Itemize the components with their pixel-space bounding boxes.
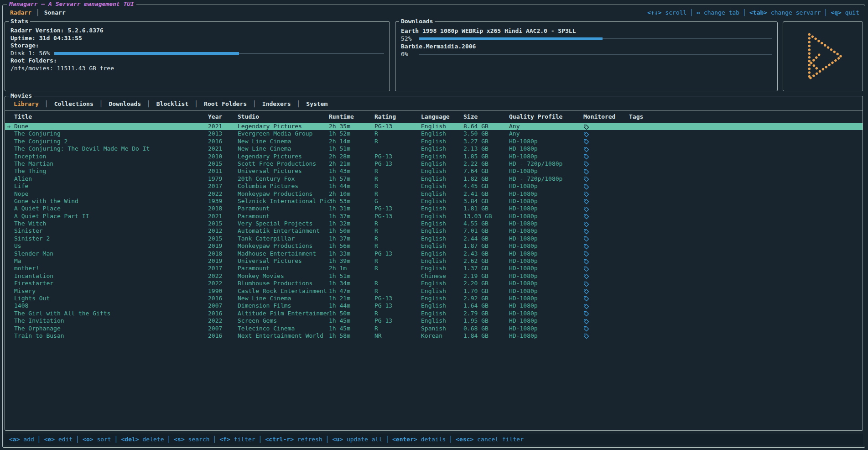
column-header-rating: Rating: [374, 110, 421, 123]
download-progress-row: 0%: [401, 50, 772, 58]
movie-row[interactable]: Firestarter2022Blumhouse Productions1h 3…: [5, 280, 863, 287]
movie-row[interactable]: Sinister2012Automatik Entertainment1h 50…: [5, 227, 863, 235]
movie-rating: R: [374, 190, 421, 198]
movie-monitored: [583, 175, 629, 183]
movies-panel-title: Movies: [9, 92, 34, 99]
movie-title: The Witch: [14, 220, 208, 227]
selection-arrow: [7, 265, 14, 272]
selection-arrow: [7, 145, 14, 152]
movie-studio: Scott Free Productions: [238, 160, 329, 167]
movie-monitored: [583, 227, 629, 235]
movie-size: 2.43 GB: [463, 250, 509, 257]
monitored-tag-icon: [583, 326, 589, 332]
movies-tab-indexers[interactable]: Indexers: [258, 100, 295, 107]
movie-row[interactable]: Life2017Columbia Pictures1h 44mREnglish4…: [5, 183, 863, 190]
movie-language: English: [421, 310, 463, 317]
movie-quality: HD-1080p: [509, 250, 583, 257]
movie-title: A Quiet Place Part II: [14, 213, 208, 220]
movie-studio: Telecinco Cinema: [238, 325, 329, 332]
movie-row[interactable]: The Thing2011Universal Pictures1h 43mREn…: [5, 167, 863, 175]
movie-row[interactable]: The Witch2015Very Special Projects1h 32m…: [5, 220, 863, 227]
monitored-tag-icon: [583, 184, 589, 190]
monitored-tag-icon: [583, 236, 589, 242]
movie-row[interactable]: The Conjuring 22016New Line Cinema2h 14m…: [5, 138, 863, 145]
movie-row[interactable]: ⇒Dune2021Legendary Pictures2h 35mPG-13En…: [5, 123, 863, 130]
selection-arrow: [7, 175, 14, 183]
managarr-logo-icon: [800, 30, 846, 84]
movie-row[interactable]: The Orphanage2007Telecinco Cinema1h 45mR…: [5, 325, 863, 332]
movie-monitored: [583, 160, 629, 167]
movie-row[interactable]: A Quiet Place2018Paramount1h 31mPG-13Eng…: [5, 205, 863, 212]
hint-key: <ctrl-r>: [265, 436, 294, 443]
monitored-tag-icon: [583, 229, 589, 235]
servarr-tab-radarr[interactable]: Radarr: [7, 9, 34, 16]
movie-size: 1.64 GB: [463, 302, 509, 309]
movie-row[interactable]: Slender Man2018Madhouse Entertainment1h …: [5, 250, 863, 257]
movie-row[interactable]: 14082007Dimension Films1h 44mPG-13Englis…: [5, 302, 863, 309]
movies-tab-root-folders[interactable]: Root Folders: [200, 100, 251, 107]
movies-tab-blocklist[interactable]: Blocklist: [152, 100, 192, 107]
movie-title: Slender Man: [14, 250, 208, 257]
movie-tags: [629, 167, 863, 175]
movie-year: 2011: [208, 167, 238, 175]
radarr-version-label: Radarr Version:: [10, 27, 64, 35]
movie-row[interactable]: Us2019Monkeypaw Productions1h 56mREnglis…: [5, 242, 863, 250]
movie-language: Spanish: [421, 325, 463, 332]
movie-row[interactable]: The Invitation2022Screen Gems1h 45mPG-13…: [5, 317, 863, 324]
column-header-studio: Studio: [238, 110, 329, 123]
movie-year: 2017: [208, 183, 238, 190]
movie-row[interactable]: Ma2019Universal Pictures1h 39mREnglish2.…: [5, 257, 863, 265]
movie-rating: R: [374, 130, 421, 137]
movie-language: English: [421, 175, 463, 183]
movies-tab-downloads[interactable]: Downloads: [105, 100, 145, 107]
movie-title: Us: [14, 242, 208, 250]
hint-separator: │: [34, 436, 44, 443]
movie-studio: New Line Cinema: [238, 295, 329, 302]
uptime-line: Uptime:31d 04:31:55: [10, 35, 384, 42]
root-folders-label: Root Folders:: [10, 57, 57, 65]
tab-separator: │: [192, 100, 200, 107]
movie-rating: PG-13: [374, 123, 421, 130]
movie-row[interactable]: Nope2022Monkeypaw Productions2h 10mREngl…: [5, 190, 863, 198]
servarr-tab-sonarr[interactable]: Sonarr: [42, 9, 68, 16]
monitored-tag-icon: [583, 169, 589, 175]
movie-title: The Orphanage: [14, 325, 208, 332]
movie-tags: [629, 190, 863, 198]
movies-table-body: ⇒Dune2021Legendary Pictures2h 35mPG-13En…: [5, 123, 863, 430]
movie-year: 2022: [208, 272, 238, 280]
hint-separator: │: [111, 436, 121, 443]
movie-row[interactable]: Lights Out2016New Line Cinema1h 21mPG-13…: [5, 295, 863, 302]
movies-tabs: Library│Collections│Downloads│Blocklist│…: [5, 96, 863, 110]
movie-row[interactable]: Incantation2022Monkey Movies1h 51mChines…: [5, 272, 863, 280]
movie-runtime: 1h 44m: [329, 302, 374, 309]
movie-row[interactable]: mother!2017Paramount2h 1mREnglish1.37 GB…: [5, 265, 863, 272]
downloads-list: Earth 1998 1080p WEBRip x265 Hindi AAC2.…: [401, 27, 772, 58]
movies-tab-collections[interactable]: Collections: [50, 100, 98, 107]
selection-arrow: [7, 198, 14, 205]
movie-title: Inception: [14, 153, 208, 160]
movie-row[interactable]: Misery1990Castle Rock Entertainment1h 47…: [5, 288, 863, 295]
movie-row[interactable]: Gone with the Wind1939Selznick Internati…: [5, 198, 863, 205]
movie-studio: Universal Pictures: [238, 167, 329, 175]
movie-size: 1.84 GB: [463, 332, 509, 340]
movie-row[interactable]: Alien197920th Century Fox1h 57mREnglish1…: [5, 175, 863, 183]
movie-runtime: 1h 32m: [329, 220, 374, 227]
movie-row[interactable]: The Girl with All the Gifts2016Altitude …: [5, 310, 863, 317]
movie-quality: HD-1080p: [509, 190, 583, 198]
movie-studio: Screen Gems: [238, 317, 329, 324]
movies-tab-library[interactable]: Library: [10, 100, 43, 107]
movie-runtime: 1h 50m: [329, 310, 374, 317]
movies-tab-system[interactable]: System: [302, 100, 332, 107]
movie-row[interactable]: The Martian2015Scott Free Productions2h …: [5, 160, 863, 167]
movie-quality: HD-1080p: [509, 235, 583, 242]
movie-title: A Quiet Place: [14, 205, 208, 212]
tab-separator: │: [98, 100, 105, 107]
movie-row[interactable]: The Conjuring2013Evergreen Media Group1h…: [5, 130, 863, 137]
movie-runtime: 1h 58m: [329, 332, 374, 340]
movie-row[interactable]: A Quiet Place Part II2021Paramount1h 37m…: [5, 213, 863, 220]
movie-row[interactable]: Inception2010Legendary Pictures2h 28mPG-…: [5, 153, 863, 160]
movie-studio: New Line Cinema: [238, 138, 329, 145]
movie-row[interactable]: The Conjuring: The Devil Made Me Do It20…: [5, 145, 863, 152]
movie-row[interactable]: Train to Busan2016Next Entertainment Wor…: [5, 332, 863, 340]
movie-row[interactable]: Sinister 22015Tank Caterpillar1h 37mREng…: [5, 235, 863, 242]
